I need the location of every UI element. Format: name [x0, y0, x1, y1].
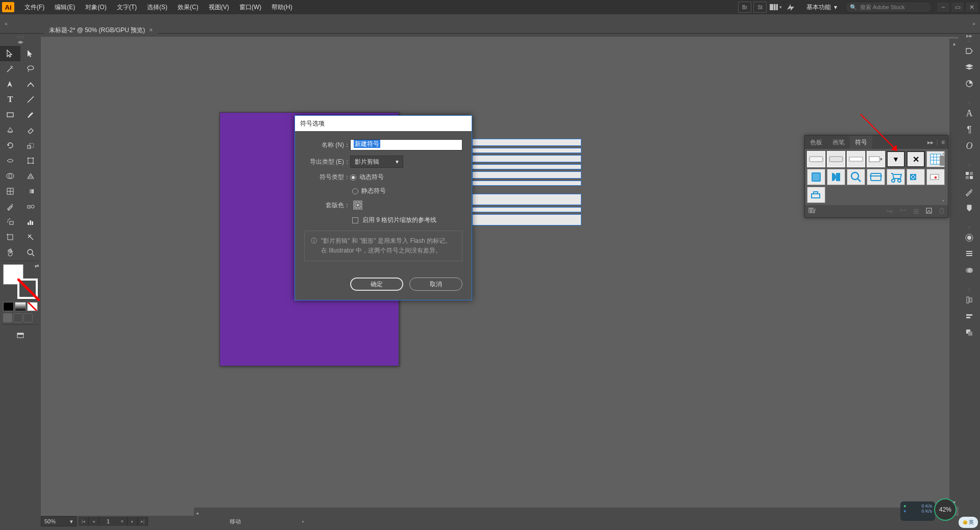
swap-icon[interactable]: ⇄: [35, 263, 39, 269]
shape-builder-tool[interactable]: [0, 168, 20, 184]
place-symbol-icon[interactable]: ↪: [887, 207, 893, 215]
zoom-select[interactable]: 50% ▾: [41, 516, 77, 526]
symbol-cell[interactable]: [807, 187, 825, 203]
fill-stroke-swatches[interactable]: ⇄: [2, 263, 39, 300]
menu-edit[interactable]: 编辑(E): [50, 0, 80, 14]
scale-tool[interactable]: [20, 138, 41, 153]
color-mode-btn[interactable]: [3, 302, 14, 311]
mesh-tool[interactable]: [0, 184, 20, 199]
radio-static[interactable]: [352, 188, 358, 194]
export-type-select[interactable]: 影片剪辑 ▾: [350, 156, 403, 168]
rectangle-tool[interactable]: [0, 107, 20, 122]
document-tab[interactable]: 未标题-2* @ 50% (RGB/GPU 预览) ×: [44, 24, 158, 36]
tool-collapse-icon[interactable]: ◀▶: [0, 40, 41, 45]
slice-tool[interactable]: [20, 230, 41, 245]
panel-menu-icon[interactable]: ≡: [941, 139, 945, 146]
workspace-switcher[interactable]: 基本功能 ▾: [802, 3, 841, 12]
direct-selection-tool[interactable]: [20, 46, 41, 61]
magic-wand-tool[interactable]: [0, 61, 20, 77]
menu-object[interactable]: 对象(O): [80, 0, 111, 14]
panel-grip-1[interactable]: :::: [959, 39, 980, 43]
tool-grip[interactable]: ::::::: [0, 35, 41, 40]
graphic-styles-panel-icon[interactable]: [959, 246, 980, 262]
graph-tool[interactable]: [20, 214, 41, 230]
swatches-panel-icon[interactable]: [959, 167, 980, 184]
character-panel-icon[interactable]: A: [959, 105, 980, 121]
panel-expand-icon[interactable]: ▸▸: [927, 139, 934, 146]
panel-grip-3[interactable]: :::: [959, 163, 980, 167]
stroke-swatch[interactable]: [17, 279, 38, 299]
symbol-cell[interactable]: [847, 169, 865, 185]
last-page-btn[interactable]: ▸|: [138, 517, 148, 526]
artboard-tool[interactable]: [0, 230, 20, 245]
paintbrush-tool[interactable]: [20, 107, 41, 122]
pathfinder-panel-icon[interactable]: [959, 324, 980, 341]
ok-button[interactable]: 确定: [350, 277, 403, 291]
layers-panel-icon[interactable]: [959, 59, 980, 75]
maximize-button[interactable]: ▭: [951, 3, 964, 12]
symbol-cell[interactable]: [906, 169, 925, 185]
ime-badge[interactable]: 😊英: [959, 517, 978, 528]
menu-view[interactable]: 视图(V): [204, 0, 234, 14]
status-arrow-icon[interactable]: ▸: [302, 519, 305, 524]
library-menu-icon[interactable]: [808, 207, 816, 216]
stock-icon[interactable]: St: [753, 2, 767, 13]
draw-behind-btn[interactable]: [13, 313, 22, 322]
symbol-sprayer-tool[interactable]: [0, 214, 20, 230]
name-input[interactable]: 新建符号: [350, 139, 462, 150]
new-symbol-icon[interactable]: [925, 207, 933, 216]
symbol-cell[interactable]: [867, 169, 885, 185]
cancel-button[interactable]: 取消: [409, 277, 462, 291]
arrange-docs-icon[interactable]: ▾: [769, 2, 782, 13]
type-tool[interactable]: T: [0, 92, 20, 107]
gpu-icon[interactable]: [784, 2, 797, 13]
radio-dynamic[interactable]: [350, 174, 356, 181]
collapse-left-icon[interactable]: «: [2, 20, 10, 28]
rotate-tool[interactable]: [0, 138, 20, 153]
free-transform-tool[interactable]: [20, 153, 41, 168]
symbol-cell[interactable]: [807, 151, 825, 167]
canvas[interactable]: ▴ ▾ ◂ ▸: [41, 37, 959, 517]
hand-tool[interactable]: [0, 245, 20, 260]
lasso-tool[interactable]: [20, 61, 41, 77]
selection-tool[interactable]: [0, 46, 20, 61]
prev-page-btn[interactable]: ◂: [89, 517, 99, 526]
symbol-cell[interactable]: [807, 169, 825, 185]
registration-grid-icon[interactable]: [352, 199, 363, 211]
first-page-btn[interactable]: |◂: [79, 517, 89, 526]
symbol-options-icon[interactable]: ⊞: [913, 207, 919, 215]
panel-grip-5[interactable]: :::: [959, 288, 980, 292]
scroll-up-icon[interactable]: ▴: [949, 39, 959, 48]
page-number[interactable]: 1: [99, 517, 117, 526]
perspective-tool[interactable]: [20, 168, 41, 184]
break-link-icon[interactable]: [899, 207, 907, 215]
symbol-cell[interactable]: [827, 169, 845, 185]
menu-select[interactable]: 选择(S): [142, 0, 173, 14]
menu-type[interactable]: 文字(T): [112, 0, 142, 14]
eraser-tool[interactable]: [20, 122, 41, 138]
transparency-panel-icon[interactable]: [959, 262, 980, 279]
paragraph-panel-icon[interactable]: ¶: [959, 121, 980, 138]
tab-symbols[interactable]: 符号: [850, 136, 872, 149]
panel-grip-2[interactable]: :::: [959, 101, 980, 105]
symbol-cell[interactable]: [827, 151, 845, 167]
properties-panel-icon[interactable]: [959, 43, 980, 59]
eyedropper-tool[interactable]: [0, 199, 20, 214]
close-tab-icon[interactable]: ×: [149, 27, 153, 34]
next-page-btn[interactable]: ▸: [128, 517, 138, 526]
zoom-tool[interactable]: [20, 245, 41, 260]
panel-grip-4[interactable]: :::: [959, 225, 980, 230]
page-dropdown-btn[interactable]: ▾: [117, 517, 128, 526]
draw-inside-btn[interactable]: [23, 313, 33, 322]
width-tool[interactable]: [0, 153, 20, 168]
line-tool[interactable]: [20, 92, 41, 107]
symbol-cell[interactable]: [847, 151, 865, 167]
menu-effect[interactable]: 效果(C): [173, 0, 204, 14]
menu-file[interactable]: 文件(F): [19, 0, 50, 14]
align-panel-icon[interactable]: [959, 292, 980, 308]
tab-swatches[interactable]: 色板: [805, 136, 827, 149]
gradient-mode-btn[interactable]: [15, 302, 26, 311]
vertical-scrollbar[interactable]: ▴ ▾: [949, 39, 959, 507]
opentype-panel-icon[interactable]: O: [959, 138, 980, 154]
symbol-cell[interactable]: [887, 169, 905, 185]
